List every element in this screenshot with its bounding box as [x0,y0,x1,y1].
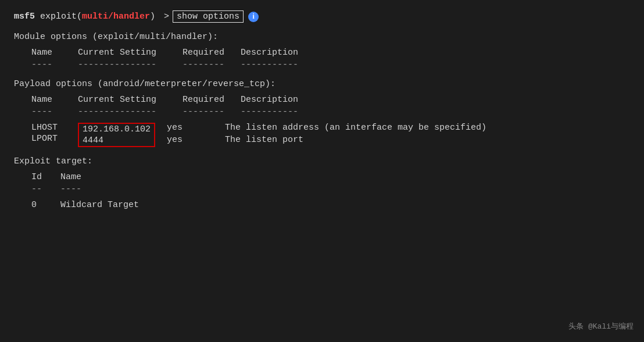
exploit-target-table: Id Name -- ---- 0 Wildcard Target [31,172,630,210]
prompt-command-box: show options [173,10,244,23]
lport-current: 4444 [83,136,151,145]
info-icon: i [248,12,259,22]
module-underline-name: ---- [31,60,78,70]
payload-current-highlighted: 192.168.0.102 4444 [78,123,155,147]
module-col-name-header: Name [31,48,78,58]
module-col-current-header: Current Setting [78,48,183,58]
payload-options-underline-row: ---- --------------- -------- ----------… [31,107,630,117]
prompt-arrow: > [164,12,169,22]
exploit-col-id-header: Id [31,172,60,182]
payload-underline-current: --------------- [78,107,183,117]
lhost-row: LHOST [31,123,78,133]
exploit-col-name-header: Name [60,172,630,182]
module-options-table: Name Current Setting Required Descriptio… [31,48,630,70]
payload-col-required-header: Required [183,95,241,105]
prompt-exploit-close: ) [150,12,160,22]
module-options-header-row: Name Current Setting Required Descriptio… [31,48,630,58]
exploit-target-section: Exploit target: Id Name -- ---- 0 Wildca… [14,156,630,210]
payload-description-col: The listen address (an interface may be … [225,123,630,147]
exploit-target-underline-row: -- ---- [31,184,630,194]
payload-options-table: Name Current Setting Required Descriptio… [31,95,630,147]
exploit-target-header-row: Id Name [31,172,630,182]
payload-underline-name: ---- [31,107,78,117]
payload-options-header-row: Name Current Setting Required Descriptio… [31,95,630,105]
prompt-exploit-keyword: exploit( [40,12,82,22]
payload-options-header: Payload options (android/meterpreter/rev… [14,79,630,89]
module-options-header: Module options (exploit/multi/handler): [14,32,630,42]
prompt-line: msf5 exploit( multi/handler ) > show opt… [14,10,630,23]
module-underline-description: ----------- [241,60,630,70]
payload-col-name-header: Name [31,95,78,105]
module-underline-required: -------- [183,60,241,70]
payload-options-section: Payload options (android/meterpreter/rev… [14,79,630,147]
lhost-current: 192.168.0.102 [83,124,151,134]
exploit-target-row-0: 0 Wildcard Target [31,200,630,210]
exploit-underline-name: ---- [60,184,630,194]
lhost-name: LHOST [31,123,78,133]
module-col-required-header: Required [183,48,241,58]
exploit-target-name-0: Wildcard Target [60,200,630,210]
prompt-module: multi/handler [82,12,150,22]
prompt-msf: msf5 [14,12,40,22]
exploit-underline-id: -- [31,184,60,194]
lport-description: The listen port [225,135,630,145]
module-col-description-header: Description [241,48,630,58]
module-underline-current: --------------- [78,60,183,70]
watermark: 头条 @Kali与编程 [568,321,634,332]
payload-col-current-header: Current Setting [78,95,183,105]
payload-underline-required: -------- [183,107,241,117]
lhost-description: The listen address (an interface may be … [225,123,630,133]
lport-required: yes [167,135,225,145]
lhost-required: yes [167,123,225,133]
payload-highlighted-rows: LHOST LPORT 192.168.0.102 4444 yes yes [31,123,630,147]
payload-name-col: LHOST LPORT [31,123,78,147]
terminal-window: msf5 exploit( multi/handler ) > show opt… [0,0,644,342]
payload-col-description-header: Description [241,95,630,105]
exploit-target-header: Exploit target: [14,156,630,166]
payload-required-col: yes yes [167,123,225,147]
module-options-underline-row: ---- --------------- -------- ----------… [31,60,630,70]
exploit-target-id-0: 0 [31,200,60,210]
payload-underline-description: ----------- [241,107,630,117]
current-setting-box: 192.168.0.102 4444 [78,123,155,147]
lport-row: LPORT [31,134,78,144]
lport-name: LPORT [31,134,78,144]
